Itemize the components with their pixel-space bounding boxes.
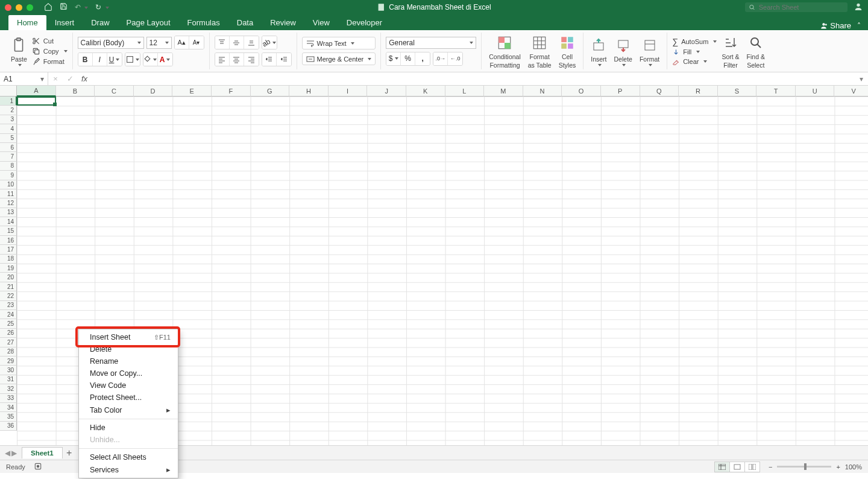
row-header[interactable]: 14 [0, 217, 17, 226]
sheet-tab-1[interactable]: Sheet1 [22, 447, 63, 458]
row-header[interactable]: 36 [0, 422, 17, 431]
insert-cells-button[interactable]: Insert [588, 36, 609, 66]
minimize-window-icon[interactable] [16, 4, 22, 11]
column-header[interactable]: O [562, 86, 601, 97]
row-header[interactable]: 9 [0, 171, 17, 180]
row-header[interactable]: 20 [0, 273, 17, 282]
cell-styles-button[interactable]: Cell Styles [556, 34, 579, 69]
account-icon[interactable] [854, 2, 863, 13]
tab-draw[interactable]: Draw [83, 15, 118, 30]
column-header[interactable]: N [523, 86, 562, 97]
decrease-decimal-button[interactable]: ←.0 [448, 52, 462, 65]
row-header[interactable]: 3 [0, 115, 17, 124]
row-header[interactable]: 17 [0, 245, 17, 254]
share-button[interactable]: Share [820, 21, 851, 30]
save-icon[interactable] [60, 2, 68, 12]
row-header[interactable]: 15 [0, 226, 17, 235]
column-header[interactable]: M [484, 86, 523, 97]
fill-button[interactable]: Fill [672, 48, 717, 56]
format-cells-button[interactable]: Format [637, 36, 662, 66]
border-button[interactable] [125, 53, 140, 66]
increase-decimal-button[interactable]: .0→ [433, 52, 448, 65]
row-header[interactable]: 21 [0, 282, 17, 291]
row-header[interactable]: 29 [0, 357, 17, 366]
row-header[interactable]: 24 [0, 310, 17, 319]
tab-developer[interactable]: Developer [338, 15, 391, 30]
ctx-delete[interactable]: Delete [79, 343, 178, 355]
next-sheet-icon[interactable]: ▶ [11, 449, 17, 457]
column-header[interactable]: A [17, 86, 56, 97]
collapse-ribbon-icon[interactable]: ˄ [857, 22, 863, 30]
ctx-view-code[interactable]: View Code [79, 379, 178, 392]
tab-page-layout[interactable]: Page Layout [118, 15, 179, 30]
font-size-combo[interactable]: 12 [146, 37, 172, 49]
prev-sheet-icon[interactable]: ◀ [5, 449, 10, 457]
row-header[interactable]: 32 [0, 384, 17, 393]
ctx-tab-color[interactable]: Tab Color▸ [79, 404, 178, 416]
ctx-protect-sheet[interactable]: Protect Sheet... [79, 392, 178, 404]
fx-icon[interactable]: fx [77, 74, 92, 83]
undo-icon[interactable]: ↶ [75, 3, 88, 11]
decrease-indent-button[interactable] [262, 53, 277, 66]
column-header[interactable]: D [134, 86, 173, 97]
row-header[interactable]: 4 [0, 124, 17, 133]
zoom-out-button[interactable]: − [769, 463, 772, 471]
column-header[interactable]: K [406, 86, 445, 97]
row-header[interactable]: 34 [0, 403, 17, 412]
row-header[interactable]: 6 [0, 143, 17, 152]
cut-button[interactable]: Cut [32, 37, 68, 45]
ctx-hide[interactable]: Hide [79, 422, 178, 434]
column-header[interactable]: S [718, 86, 757, 97]
column-header[interactable]: C [95, 86, 134, 97]
clear-button[interactable]: Clear [672, 58, 717, 66]
ctx-select-all-sheets[interactable]: Select All Sheets [79, 451, 178, 463]
delete-cells-button[interactable]: Delete [612, 36, 635, 66]
zoom-value[interactable]: 100% [845, 463, 862, 471]
column-header[interactable]: T [756, 86, 796, 97]
row-header[interactable]: 33 [0, 394, 17, 403]
copy-button[interactable]: Copy [32, 47, 68, 56]
tab-formulas[interactable]: Formulas [179, 15, 228, 30]
row-header[interactable]: 30 [0, 366, 17, 375]
merge-center-button[interactable]: Merge & Center [302, 52, 376, 65]
tab-data[interactable]: Data [228, 15, 262, 30]
font-name-combo[interactable]: Calibri (Body) [78, 37, 144, 49]
row-header[interactable]: 1 [0, 97, 17, 106]
row-header[interactable]: 5 [0, 134, 17, 143]
expand-formula-bar-icon[interactable]: ▾ [860, 75, 868, 83]
fill-color-button[interactable] [143, 53, 158, 66]
name-box[interactable]: A1▾ [0, 72, 48, 85]
row-header[interactable]: 2 [0, 106, 17, 115]
wrap-text-button[interactable]: Wrap Text [302, 37, 376, 49]
row-header[interactable]: 28 [0, 347, 17, 357]
orientation-button[interactable]: ab [262, 36, 277, 49]
increase-indent-button[interactable] [277, 53, 291, 66]
row-header[interactable]: 22 [0, 291, 17, 300]
column-header[interactable]: R [679, 86, 718, 97]
format-painter-button[interactable]: Format [32, 57, 68, 66]
row-header[interactable]: 19 [0, 264, 17, 273]
column-header[interactable]: V [834, 86, 868, 97]
paste-button[interactable]: Paste [8, 36, 30, 66]
ctx-insert-sheet[interactable]: Insert Sheet⇧F11 [79, 331, 178, 343]
conditional-formatting-button[interactable]: Conditional Formatting [486, 34, 523, 69]
tab-view[interactable]: View [304, 15, 338, 30]
percent-button[interactable]: % [401, 52, 415, 65]
decrease-font-button[interactable]: A▾ [189, 36, 204, 49]
row-header[interactable]: 31 [0, 375, 17, 384]
page-layout-view-button[interactable] [729, 462, 745, 472]
row-header[interactable]: 16 [0, 236, 17, 245]
format-as-table-button[interactable]: Format as Table [526, 34, 554, 69]
zoom-in-button[interactable]: + [836, 463, 840, 471]
column-header[interactable]: J [367, 86, 406, 97]
row-header[interactable]: 18 [0, 255, 17, 264]
row-header[interactable]: 27 [0, 338, 17, 347]
close-window-icon[interactable] [5, 4, 11, 11]
ctx-rename[interactable]: Rename [79, 355, 178, 367]
align-middle-button[interactable] [230, 36, 244, 49]
increase-font-button[interactable]: A▴ [175, 36, 189, 49]
search-input[interactable] [759, 4, 844, 11]
tab-insert[interactable]: Insert [46, 15, 83, 30]
row-header[interactable]: 11 [0, 189, 17, 198]
font-color-button[interactable]: A [158, 53, 172, 66]
